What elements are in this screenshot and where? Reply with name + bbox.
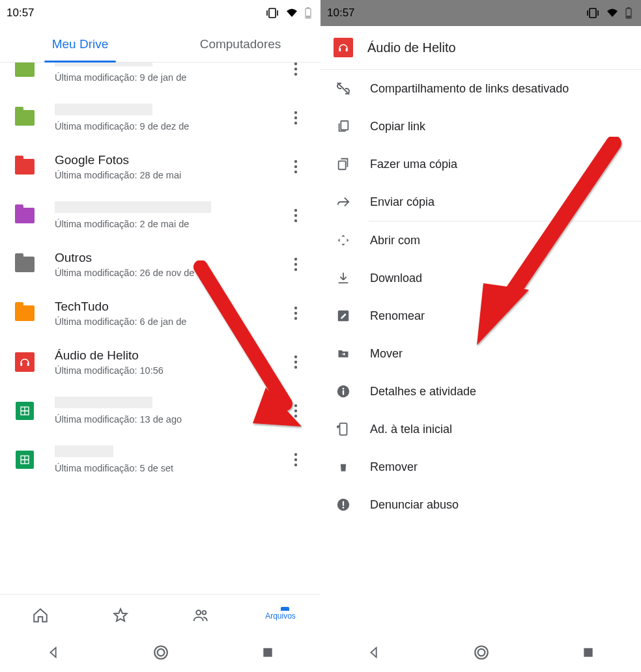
svg-point-21 <box>294 316 297 319</box>
menu-item-add-home[interactable]: Ad. à tela inicial <box>320 410 641 448</box>
menu-item-move[interactable]: Mover <box>320 335 641 372</box>
menu-item-report[interactable]: Denunciar abuso <box>320 486 641 524</box>
menu-item-label: Ad. à tela inicial <box>370 423 452 436</box>
svg-rect-22 <box>20 362 22 365</box>
tab-label: Computadores <box>200 37 281 51</box>
menu-item-label: Compartilhamento de links desativado <box>370 82 569 96</box>
svg-point-50 <box>343 388 345 390</box>
file-row[interactable]: Outros Última modificação: 26 de nov de <box>0 240 320 288</box>
home-button[interactable] <box>473 644 490 664</box>
file-row[interactable]: Google Fotos Última modificação: 28 de m… <box>0 142 320 191</box>
recents-button[interactable] <box>261 646 274 662</box>
nav-home[interactable] <box>0 595 80 636</box>
menu-item-label: Abrir com <box>370 234 420 247</box>
file-subtitle: Última modificação: 9 de dez de <box>55 121 283 132</box>
more-button[interactable] <box>283 63 309 82</box>
svg-point-5 <box>294 67 297 70</box>
file-title: TechTudo <box>55 300 109 313</box>
more-button[interactable] <box>283 398 309 424</box>
wifi-icon <box>285 8 298 18</box>
redacted-title <box>55 201 211 213</box>
menu-item-trash[interactable]: Remover <box>320 448 641 486</box>
folder-icon <box>15 159 35 175</box>
menu-item-link-off[interactable]: Compartilhamento de links desativado <box>320 70 641 107</box>
copy-icon <box>335 156 352 173</box>
redacted-title <box>55 397 152 408</box>
top-tabs: Meu Drive Computadores <box>0 26 320 63</box>
sheets-icon <box>16 451 34 469</box>
svg-point-19 <box>294 306 297 309</box>
folder-icon <box>15 110 35 126</box>
sheets-icon <box>16 402 34 420</box>
more-button[interactable] <box>283 447 309 473</box>
menu-item-copy-link[interactable]: Copiar link <box>320 107 641 145</box>
svg-rect-47 <box>339 161 346 169</box>
svg-point-7 <box>294 111 297 113</box>
svg-point-29 <box>294 409 297 412</box>
menu-item-label: Detalhes e atividade <box>370 385 476 399</box>
svg-point-11 <box>294 165 297 167</box>
file-row[interactable]: Última modificação: 9 de jan de <box>0 63 320 93</box>
file-list[interactable]: Última modificação: 9 de jan de Última m… <box>0 63 320 594</box>
home-button[interactable] <box>152 644 169 664</box>
menu-item-label: Remover <box>370 460 418 474</box>
menu-title: Áudio de Helito <box>367 40 456 55</box>
system-nav-left <box>0 636 320 672</box>
trash-icon <box>335 458 352 475</box>
more-button[interactable] <box>283 105 309 131</box>
more-button[interactable] <box>283 300 309 326</box>
redacted-title <box>55 63 152 66</box>
more-vert-icon <box>294 257 298 272</box>
tab-computers[interactable]: Computadores <box>160 26 320 62</box>
menu-item-download[interactable]: Download <box>320 259 641 297</box>
more-button[interactable] <box>283 154 309 180</box>
status-time: 10:57 <box>7 7 35 20</box>
send-icon <box>335 193 352 210</box>
system-nav-right <box>320 636 641 672</box>
more-button[interactable] <box>283 251 309 277</box>
svg-point-17 <box>294 262 297 265</box>
menu-item-label: Enviar cópia <box>370 195 434 209</box>
svg-point-55 <box>343 507 345 509</box>
people-icon <box>192 607 210 624</box>
file-row[interactable]: Última modificação: 5 de set <box>0 435 320 484</box>
more-vert-icon <box>294 306 298 320</box>
nav-starred[interactable] <box>80 595 160 636</box>
svg-rect-45 <box>346 48 348 51</box>
screenshot-right: 10:57 Áudio de Helito Compartilhamento d… <box>320 0 641 672</box>
back-button[interactable] <box>46 645 61 662</box>
more-button[interactable] <box>283 203 309 229</box>
nav-label: Arquivos <box>265 611 296 621</box>
home-icon <box>32 607 49 624</box>
statusbar-left: 10:57 <box>0 0 320 26</box>
menu-item-copy[interactable]: Fazer uma cópia <box>320 145 641 183</box>
svg-rect-52 <box>340 423 347 435</box>
svg-point-4 <box>294 63 297 65</box>
menu-item-rename[interactable]: Renomear <box>320 297 641 335</box>
menu-item-send[interactable]: Enviar cópia <box>320 183 641 221</box>
back-button[interactable] <box>367 645 381 662</box>
file-row[interactable]: Última modificação: 2 de mai de <box>0 191 320 240</box>
recents-button[interactable] <box>582 646 595 662</box>
report-icon <box>335 496 352 513</box>
file-row[interactable]: Última modificação: 9 de dez de <box>0 93 320 142</box>
nav-files[interactable]: Arquivos <box>240 595 320 636</box>
link-off-icon <box>335 80 352 97</box>
svg-rect-58 <box>584 648 593 656</box>
menu-item-open-with[interactable]: Abrir com <box>320 221 641 259</box>
menu-item-info[interactable]: Detalhes e atividade <box>320 372 641 410</box>
svg-point-26 <box>294 365 297 368</box>
more-button[interactable] <box>283 349 309 375</box>
svg-rect-3 <box>306 16 310 18</box>
svg-point-25 <box>294 360 297 363</box>
svg-rect-46 <box>341 121 348 130</box>
nav-shared[interactable] <box>160 595 240 636</box>
tab-my-drive[interactable]: Meu Drive <box>0 26 160 62</box>
file-row[interactable]: Última modificação: 13 de ago <box>0 386 320 435</box>
svg-rect-54 <box>343 501 344 506</box>
more-vert-icon <box>294 208 298 223</box>
file-row[interactable]: TechTudo Última modificação: 6 de jan de <box>0 288 320 337</box>
svg-rect-44 <box>339 48 341 51</box>
download-icon <box>335 270 352 287</box>
file-row[interactable]: Áudio de Helito Última modificação: 10:5… <box>0 337 320 386</box>
